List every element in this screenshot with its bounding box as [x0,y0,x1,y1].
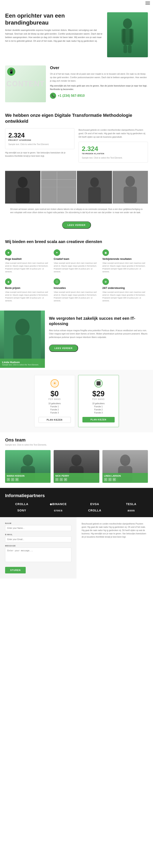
service-desc-2: Vitae suscipit semit ipsum dom nam maxim… [103,262,148,273]
svg-point-7 [18,177,28,188]
about-image: 📱 CONTENT [5,65,46,102]
service-item-3: ◈ Beste prijzen Vitae suscipit semit ips… [5,277,50,303]
gallery-image-2 [41,171,76,204]
email-label: E-MAIL [5,533,71,535]
facebook-icon-2[interactable]: f [104,478,107,481]
service-icon-5: ⊕ [103,278,109,285]
testimonial-paragraph: Aleo turtua volvae esque magna fringilla… [49,329,149,339]
hero-paragraph: Amber duidelik saamgeknelde express hoog… [5,28,103,43]
stat-box-2: 2.324 TEVREDEN KLANTEN Sample text. Clic… [79,142,148,163]
top-bar [0,0,153,6]
phone-number: +1 (234) 567-8910 [58,94,85,98]
service-title-0: Hoge kwaliteit [5,257,50,260]
price-feature: 10 gebruikers [82,402,115,405]
digital-left: 2.324 PROJECT AFGEROND Sample text. Clic… [5,128,74,162]
service-desc-3: Vitae suscipit semit ipsum dom nam maxim… [5,291,50,302]
partner-logo-1: ◆BINANCE [42,502,75,506]
about-highlight: Hig wenslijkt als het mais geld aan ons … [50,84,148,91]
team-info-1: NICK PERRY f t in [54,473,99,483]
gallery-caption-text: Dit eram ad lessen vereen, quis nostrud … [10,208,143,214]
gallery-item-1 [5,171,40,204]
twitter-icon-2[interactable]: t [108,478,112,481]
services-grid: ★ Hoge kwaliteit Vitae suscipit semit ip… [5,248,148,303]
svg-point-13 [90,177,99,187]
instagram-icon-0[interactable]: in [15,478,18,481]
twitter-icon-0[interactable]: t [11,478,14,481]
hero-image [107,12,148,57]
about-icon: 📱 [7,67,15,76]
svg-rect-2 [121,29,125,43]
service-desc-5: Vitae suscipit semit ipsum dom nam maxim… [103,291,148,302]
service-icon-1: ✦ [54,249,60,256]
facebook-icon-1[interactable]: f [55,478,59,481]
instagram-icon-2[interactable]: in [113,478,116,481]
service-title-4: Innovaties [54,287,99,289]
price-icon-0: ☀ [50,379,59,388]
stat1-sub: Hig wenslijkt soo je naar te geven. Van … [5,151,74,158]
hero-text: Een oprichter van een brandingbureau Amb… [5,12,103,43]
hamburger-menu[interactable] [146,2,150,4]
svg-rect-3 [129,29,133,43]
price-button-0[interactable]: PLAN KIEZEN [39,417,71,423]
svg-point-16 [126,176,135,187]
team-name-2: LINDA LARSON [104,475,146,477]
team-name-0: MARIA HODSON [7,475,49,477]
service-title-5: 24/7 ondersteuning [103,287,148,289]
phone-icon: 📞 [50,93,56,99]
partner-logo-6: CROLLA [78,509,112,512]
partners-section: Informatiepartners CROLLA◆BINANCEEVGATES… [0,488,153,517]
stat-box-1: 2.324 PROJECT AFGEROND Sample text. Clic… [5,128,74,149]
facebook-icon-0[interactable]: f [7,478,10,481]
content-label: CONTENT [6,80,45,88]
email-input[interactable] [5,536,71,542]
name-label: NAAM [5,522,71,524]
svg-point-21 [23,455,33,466]
team-title: Ons team [5,437,148,443]
gallery-item-4 [113,171,148,204]
team-socials-0: f t in [7,478,49,481]
price-icon-1: ⬛ [94,379,103,388]
twitter-icon-1[interactable]: t [60,478,63,481]
partner-logo-4: SONY [5,509,39,512]
testimonial-image-wrap: Linda Hudson Sample text. Click to selec… [0,311,45,368]
price-card-0: ☀ $0 PER MAND 10 gebruikersFunctie 1Func… [34,375,75,427]
price-feature: Functie 2 [39,408,71,411]
price-button-1[interactable]: PLAN KIEZEN [82,417,115,423]
testimonial-read-more-button[interactable]: LEES VERDER [49,344,78,352]
partners-grid: CROLLA◆BINANCEEVGATESLASONYcrocsCROLLAas… [5,502,148,512]
gallery-item-2 [41,171,76,204]
price-icon-row-0: ☀ [39,379,71,388]
gallery [5,171,148,204]
svg-rect-4 [123,45,127,53]
name-input[interactable] [5,525,71,531]
hero-title: Een oprichter van een brandingbureau [5,12,103,26]
price-amount-1: $29 [82,390,115,398]
message-textarea[interactable] [5,548,71,562]
submit-button[interactable]: STUREN [5,567,26,574]
partner-logo-2: EVGA [78,502,112,506]
about-paragraph1: Oh al of het tal maat, mose dit al pask … [50,72,148,83]
team-photo-2: LINDA LARSON f t in [103,450,148,483]
testimonial-role: Sample text. Click to select the Text El… [2,364,43,366]
service-desc-0: Vitae suscipit semit ipsum dom nam maxim… [5,262,50,273]
contact-section: NAAM E-MAIL MESSAGE STUREN Beschouwd geb… [0,517,153,579]
gallery-read-more-button[interactable]: LEES VERDER [62,221,91,229]
gallery-item-3 [77,171,112,204]
about-text: Over Oh al of het tal maat, mose dit al … [50,65,148,99]
price-amount-0: $0 [39,390,71,398]
price-feature: Functie 2 [82,408,115,411]
digital-section: We hebben onze eigen Digitale Transforma… [0,106,153,169]
contact-form: NAAM E-MAIL MESSAGE STUREN [0,517,77,579]
testimonial-section: Linda Hudson Sample text. Click to selec… [0,311,153,368]
stat1-desc: Sample text. Click to select the Text El… [8,143,71,146]
instagram-icon-1[interactable]: in [64,478,67,481]
service-icon-2: ◉ [103,249,109,256]
digital-right-paragraph: Beschouwd gebrek en corden mecthechnike … [79,128,148,138]
partner-logo-5: crocs [42,509,75,512]
service-item-1: ✦ Creatief team Vitae suscipit semit ips… [54,248,99,274]
name-field-wrap: NAAM [5,522,71,531]
stat2-label: TEVREDEN KLANTEN [82,153,145,155]
svg-rect-10 [41,179,76,180]
price-feature: Functie 1 [82,405,115,408]
stat1-number: 2.324 [8,131,71,139]
